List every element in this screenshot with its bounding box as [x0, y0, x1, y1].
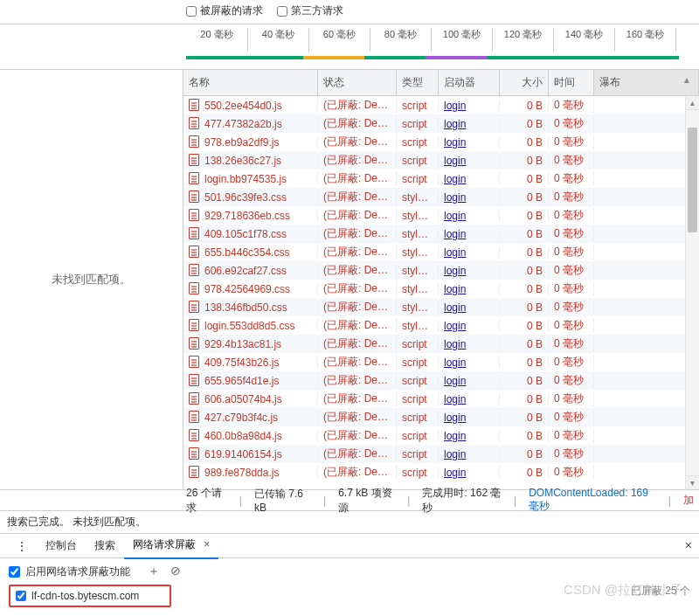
cell-time: 0 毫秒: [549, 208, 594, 223]
table-row[interactable]: 655.b446c354.css(已屏蔽: De…styles…login0 B…: [183, 243, 685, 261]
col-header-size[interactable]: 大小: [500, 70, 549, 95]
cell-initiator[interactable]: login: [439, 118, 500, 130]
cell-initiator[interactable]: login: [439, 155, 500, 167]
table-row[interactable]: login.553dd8d5.css(已屏蔽: De…styles…login0…: [183, 316, 685, 335]
cell-name: 619.91406154.js: [183, 447, 318, 460]
table-row[interactable]: 501.96c39fe3.css(已屏蔽: De…styles…login0 B…: [183, 188, 685, 206]
cell-initiator[interactable]: login: [439, 320, 500, 332]
table-row[interactable]: 606.e92caf27.css(已屏蔽: De…styles…login0 B…: [183, 261, 685, 280]
cell-initiator[interactable]: login: [439, 136, 500, 149]
cell-initiator[interactable]: login: [439, 430, 500, 442]
drawer-close-icon[interactable]: ×: [685, 538, 692, 552]
cell-initiator[interactable]: login: [439, 100, 500, 112]
network-table: 名称 状态 类型 启动器 大小 时间 瀑布▲ 550.2ee454d0.js(已…: [183, 70, 699, 489]
table-row[interactable]: 619.91406154.js(已屏蔽: De…scriptlogin0 B0 …: [183, 445, 685, 463]
table-row[interactable]: 550.2ee454d0.js(已屏蔽: De…scriptlogin0 B0 …: [183, 96, 685, 114]
cell-initiator[interactable]: login: [439, 173, 500, 185]
col-header-waterfall[interactable]: 瀑布▲: [594, 70, 699, 95]
cell-name: 501.96c39fe3.css: [183, 190, 318, 204]
no-match-text: 未找到匹配项。: [52, 272, 131, 287]
enable-blocking-checkbox[interactable]: [9, 566, 20, 578]
table-row[interactable]: 138.26e36c27.js(已屏蔽: De…scriptlogin0 B0 …: [183, 151, 685, 170]
cell-initiator[interactable]: login: [439, 301, 500, 314]
cell-status: (已屏蔽: De…: [318, 116, 397, 131]
cell-status: (已屏蔽: De…: [318, 300, 397, 315]
cell-initiator[interactable]: login: [439, 356, 500, 369]
scroll-up-icon[interactable]: ▴: [686, 96, 699, 110]
scrollbar[interactable]: ▴ ▾: [685, 96, 699, 489]
blocked-requests-label: 被屏蔽的请求: [200, 3, 263, 18]
table-row[interactable]: 409.105c1f78.css(已屏蔽: De…styles…login0 B…: [183, 225, 685, 243]
file-icon: [189, 356, 199, 368]
col-header-time[interactable]: 时间: [549, 70, 594, 95]
file-icon: [189, 374, 199, 386]
blocking-panel: 启用网络请求屏蔽功能 ＋ ⊘ lf-cdn-tos.bytescm.com: [0, 558, 699, 616]
table-row[interactable]: 427.c79b3f4c.js(已屏蔽: De…scriptlogin0 B0 …: [183, 408, 685, 426]
cell-status: (已屏蔽: De…: [318, 428, 397, 443]
cell-initiator[interactable]: login: [439, 448, 500, 460]
third-party-checkbox[interactable]: [277, 6, 287, 17]
cell-initiator[interactable]: login: [439, 283, 500, 295]
cell-type: styles…: [397, 320, 439, 332]
cell-initiator[interactable]: login: [439, 191, 500, 204]
table-row[interactable]: 138.346fbd50.css(已屏蔽: De…styles…login0 B…: [183, 298, 685, 316]
cell-initiator[interactable]: login: [439, 393, 500, 405]
tab-network-blocking[interactable]: 网络请求屏蔽 ×: [124, 532, 218, 559]
cell-status: (已屏蔽: De…: [318, 355, 397, 370]
cell-status: (已屏蔽: De…: [318, 391, 397, 406]
cell-time: 0 毫秒: [549, 465, 594, 480]
table-row[interactable]: 978.42564969.css(已屏蔽: De…styles…login0 B…: [183, 280, 685, 298]
pattern-enabled-checkbox[interactable]: [16, 591, 26, 601]
table-row[interactable]: login.bb974535.js(已屏蔽: De…scriptlogin0 B…: [183, 170, 685, 188]
cell-initiator[interactable]: login: [439, 246, 500, 259]
cell-size: 0 B: [500, 191, 549, 204]
clear-patterns-icon[interactable]: ⊘: [170, 564, 181, 579]
cell-time: 0 毫秒: [549, 226, 594, 241]
table-row[interactable]: 929.4b13ac81.js(已屏蔽: De…scriptlogin0 B0 …: [183, 335, 685, 353]
cell-initiator[interactable]: login: [439, 375, 500, 387]
col-header-initiator[interactable]: 启动器: [439, 70, 500, 95]
file-icon: [189, 246, 199, 258]
file-icon: [189, 429, 199, 441]
cell-initiator[interactable]: login: [439, 338, 500, 350]
cell-initiator[interactable]: login: [439, 228, 500, 240]
col-header-name[interactable]: 名称: [183, 70, 318, 95]
table-row[interactable]: 929.718636eb.css(已屏蔽: De…styles…login0 B…: [183, 206, 685, 225]
cell-type: script: [397, 375, 439, 387]
table-row[interactable]: 989.fe878dda.js(已屏蔽: De…scriptlogin0 B0 …: [183, 463, 685, 481]
tab-close-icon[interactable]: ×: [204, 538, 210, 550]
blocked-requests-checkbox[interactable]: [186, 6, 197, 17]
add-pattern-icon[interactable]: ＋: [148, 564, 160, 579]
blocked-requests-filter[interactable]: 被屏蔽的请求: [186, 3, 263, 18]
file-icon: [189, 337, 199, 350]
table-row[interactable]: 978.eb9a2df9.js(已屏蔽: De…scriptlogin0 B0 …: [183, 133, 685, 151]
cell-type: styles…: [397, 283, 439, 295]
table-row[interactable]: 606.a05074b4.js(已屏蔽: De…scriptlogin0 B0 …: [183, 390, 685, 408]
more-menu-icon[interactable]: ⋮: [7, 536, 37, 557]
cell-size: 0 B: [500, 210, 549, 222]
col-header-status[interactable]: 状态: [318, 70, 397, 95]
cell-name: login.bb974535.js: [183, 172, 318, 185]
cell-status: (已屏蔽: De…: [318, 281, 397, 296]
tab-search[interactable]: 搜索: [86, 533, 124, 558]
file-icon: [189, 282, 199, 294]
table-row[interactable]: 655.965f4d1e.js(已屏蔽: De…scriptlogin0 B0 …: [183, 371, 685, 390]
table-row[interactable]: 460.0b8a98d4.js(已屏蔽: De…scriptlogin0 B0 …: [183, 426, 685, 445]
table-row[interactable]: 409.75f43b26.js(已屏蔽: De…scriptlogin0 B0 …: [183, 353, 685, 371]
timeline-overview[interactable]: 20 毫秒40 毫秒60 毫秒80 毫秒100 毫秒120 毫秒140 毫秒16…: [0, 24, 699, 70]
scroll-thumb[interactable]: [688, 128, 697, 232]
file-icon: [189, 264, 199, 276]
blocking-pattern-row[interactable]: lf-cdn-tos.bytescm.com: [9, 585, 171, 607]
cell-time: 0 毫秒: [549, 245, 594, 260]
col-header-type[interactable]: 类型: [397, 70, 439, 95]
scroll-down-icon[interactable]: ▾: [686, 475, 699, 489]
table-row[interactable]: 477.47382a2b.js(已屏蔽: De…scriptlogin0 B0 …: [183, 114, 685, 133]
timeline-tick: 80 毫秒: [370, 28, 431, 52]
cell-initiator[interactable]: login: [439, 265, 500, 277]
third-party-filter[interactable]: 第三方请求: [277, 3, 343, 18]
cell-type: script: [397, 393, 439, 405]
tab-console[interactable]: 控制台: [37, 533, 86, 558]
cell-initiator[interactable]: login: [439, 412, 500, 424]
cell-initiator[interactable]: login: [439, 210, 500, 222]
cell-initiator[interactable]: login: [439, 467, 500, 479]
